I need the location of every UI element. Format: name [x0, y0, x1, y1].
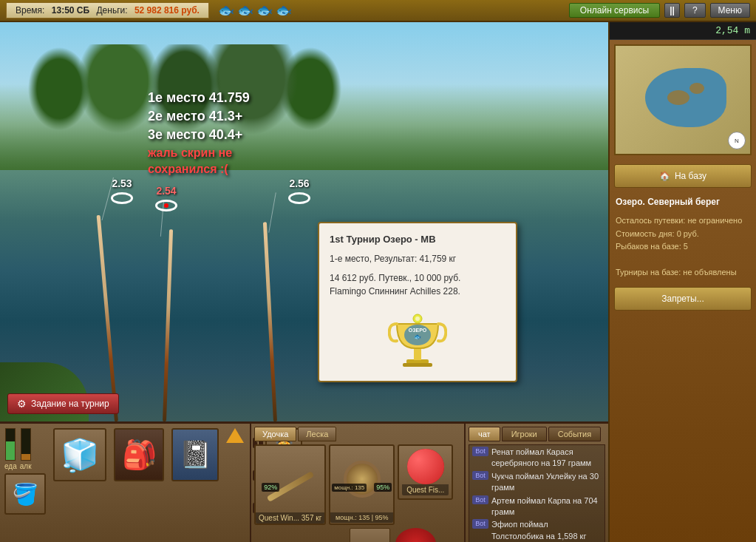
chat-tabs: чат Игроки События: [469, 427, 605, 441]
up-arrow: [226, 428, 244, 443]
float-1: 2.53: [111, 177, 133, 204]
pause-button[interactable]: ||: [664, 3, 680, 18]
notebook-area: 📓: [171, 428, 219, 542]
reel-visual: [344, 461, 381, 498]
food-alc-area: еда алк: [4, 428, 46, 470]
tab-line[interactable]: Леска: [298, 427, 336, 441]
bot-badge: Bot: [472, 447, 488, 456]
count1-slot[interactable]: [350, 528, 390, 542]
float-3: 2.56: [288, 177, 310, 204]
alc-area: алк: [20, 428, 32, 470]
time-money-display: Время: 13:50 СБ Деньги: 52 982 816 руб.: [6, 2, 209, 18]
food-area: еда: [4, 428, 17, 470]
chat-section: чат Игроки События BotРенат поймал Карас…: [466, 424, 608, 542]
chat-message-text: Артем поймал Карпа на 704 грамм: [491, 495, 602, 518]
info-line1: Осталось путевки: не ограничено: [616, 214, 750, 228]
location-name: Озеро. Северный берег: [610, 192, 756, 211]
reel-equipment-slot[interactable]: мощн.: 135 95% мощн.: 135 | 95%: [329, 444, 395, 525]
float-circle-1: [111, 192, 133, 204]
svg-rect-2: [414, 348, 421, 360]
tab-chat[interactable]: чат: [469, 427, 500, 441]
chat-row: BotРенат поймал Карася серебряного на 19…: [472, 447, 602, 470]
rod-equipment-slot[interactable]: 92% Quest Win... 357 кг: [254, 444, 326, 525]
notebook-icon: 📓: [179, 439, 212, 470]
tab-rod[interactable]: Удочка: [254, 427, 296, 441]
game-area: 2.53 2.54 2.56 1е место 41.759 2е место …: [0, 22, 608, 542]
map-island: [667, 90, 689, 105]
compass-icon: N: [728, 132, 746, 149]
popup-title: 1st Турнир Озеро - МВ: [330, 234, 505, 245]
cooler-area: 🧊: [53, 428, 106, 542]
bait-slot[interactable]: Quest Fis...: [398, 444, 453, 500]
rod-slot-inner: 92%: [259, 446, 321, 512]
bottom-panel: еда алк 🪣: [0, 421, 608, 542]
count2-slot[interactable]: [395, 528, 436, 542]
reel-percent: 95%: [374, 483, 392, 492]
menu-button[interactable]: Меню: [710, 3, 750, 18]
trees-bg: [0, 44, 608, 177]
bucket-icon: 🪣: [13, 482, 38, 507]
money-value: 52 982 816 руб.: [134, 5, 200, 16]
equipment-items: 92% Quest Win... 357 кг мощн.: 135 95% м…: [254, 444, 461, 525]
reel-power: мощн.: 135: [332, 484, 367, 492]
setup-area: Настроить ▼ 19 шт. 210 шт.: [254, 528, 461, 542]
map-island-2: [689, 83, 704, 94]
chat-row: BotЧукча поймал Уклейку на 30 грамм: [472, 471, 602, 494]
top-bar-left: Время: 13:50 СБ Деньги: 52 982 816 руб. …: [6, 2, 292, 18]
notebook-slot[interactable]: 📓: [171, 428, 219, 481]
float-circle-2: [155, 200, 177, 211]
svg-text:🐟: 🐟: [414, 333, 421, 340]
bait-label: Quest Fis...: [402, 484, 449, 495]
tab-players[interactable]: Игроки: [502, 427, 547, 441]
rod-label: Quest Win... 357 кг: [256, 512, 324, 524]
backpack-slot[interactable]: 🎒: [114, 428, 164, 481]
svg-rect-1: [403, 363, 432, 367]
chat-message-text: Эфиоп поймал Толстолобика на 1,598 кг: [491, 519, 602, 542]
cooler-icon: 🧊: [61, 437, 99, 473]
trophy-container: ОЗЕРО 🐟: [330, 304, 505, 370]
food-bars: [5, 428, 16, 461]
equipment-tabs: Удочка Леска: [254, 427, 461, 441]
task-button[interactable]: Задание на турнир: [7, 393, 119, 414]
alc-bar: [21, 428, 31, 461]
tab-events[interactable]: События: [548, 427, 601, 441]
count1-area: 19 шт.: [350, 528, 390, 542]
alc-label: алк: [20, 462, 32, 470]
tournament-overlay: 1е место 41.759 2е место 41.3+ 3е место …: [148, 89, 250, 177]
popup-line2: 14 612 руб. Путевк., 10 000 руб. Flaming…: [330, 271, 505, 298]
tournament-popup: 1st Турнир Озеро - МВ 1-е место, Результ…: [318, 222, 517, 382]
backpack-area: 🎒: [114, 428, 164, 542]
time-label: Время:: [16, 5, 44, 16]
chat-row: BotЭфиоп поймал Толстолобика на 1,598 кг: [472, 519, 602, 542]
alc-bar-fill: [21, 454, 30, 460]
fish-icons: 🐟 🐟 🐟 🐟: [218, 2, 292, 18]
food-bar: [5, 428, 16, 461]
bait-visual: [407, 449, 444, 484]
equipment-section: Удочка Леска 92% Quest Win... 357 кг: [251, 424, 466, 542]
chat-message-text: Чукча поймал Уклейку на 30 грамм: [491, 471, 602, 494]
inventory-section: еда алк 🪣: [0, 424, 251, 542]
bucket-slot[interactable]: 🪣: [4, 473, 46, 515]
location-info: Осталось путевки: не ограничено Стоимост…: [610, 211, 756, 282]
inventory-left-col: еда алк 🪣: [4, 428, 46, 542]
top-bar-right: Онлайн сервисы || ? Меню: [569, 3, 750, 18]
help-button[interactable]: ?: [684, 3, 706, 18]
map-container: N: [614, 44, 752, 155]
online-services-button[interactable]: Онлайн сервисы: [569, 3, 660, 18]
money-label: Деньги:: [96, 5, 127, 16]
to-base-button[interactable]: На базу: [614, 164, 752, 188]
arrow-area: [226, 428, 244, 542]
bot-badge: Bot: [472, 495, 488, 505]
svg-point-8: [415, 316, 420, 321]
trophy-icon: ОЗЕРО 🐟: [388, 304, 447, 370]
cooler-slot[interactable]: 🧊: [53, 428, 106, 481]
prohibitions-button[interactable]: Запреты...: [614, 287, 752, 311]
reel-label: мощн.: 135 | 95%: [330, 512, 393, 523]
info-line5: Турниры на базе: не объявлены: [616, 266, 750, 280]
main-content: 2.53 2.54 2.56 1е место 41.759 2е место …: [0, 22, 756, 542]
chat-messages[interactable]: BotРенат поймал Карася серебряного на 19…: [469, 444, 605, 542]
backpack-icon: 🎒: [122, 438, 157, 471]
svg-text:ОЗЕРО: ОЗЕРО: [409, 328, 427, 333]
bait-sphere: [407, 449, 444, 484]
info-line3: Рыбаков на базе: 5: [616, 240, 750, 254]
